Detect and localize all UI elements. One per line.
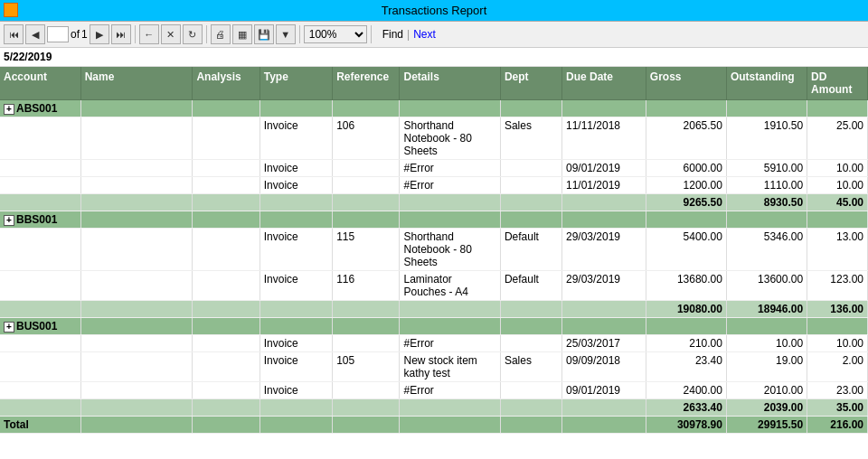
subtotal-outstanding: 8930.50 [726,194,807,211]
subtotal-gross: 2633.40 [646,399,726,417]
find-label: Find [382,28,403,41]
duedate-cell: 11/11/2018 [561,117,646,160]
details-cell: Laminator Pouches - A4 [400,271,500,301]
table-row: Invoice #Error 11/01/2019 1200.00 1110.0… [0,177,868,194]
table-row: Invoice #Error 25/03/2017 210.00 10.00 1… [0,335,868,352]
ddamount-cell: 123.00 [807,271,868,301]
name-cell [80,352,193,382]
subtotal-ref [333,194,400,211]
subtotal-analysis [193,301,259,318]
col-header-outstanding: Outstanding [726,67,807,100]
name-cell [80,382,193,399]
date-row: 5/22/2019 [0,48,868,67]
analysis-cell [193,229,259,271]
print-button[interactable]: 🖨 [211,24,231,44]
duedate-cell: 09/09/2018 [561,352,646,382]
name-cell [80,229,193,271]
analysis-cell [193,160,259,177]
dept-cell [500,318,561,335]
ref-cell [333,382,400,399]
col-header-type: Type [259,67,332,100]
table-row: Invoice #Error 09/01/2019 6000.00 5910.0… [0,160,868,177]
ddamount-cell: 10.00 [807,335,868,352]
details-cell: Shorthand Notebook - 80 Sheets [400,229,500,271]
ddamount-cell [807,100,868,117]
dept-cell [500,211,561,229]
table-row: Invoice 116 Laminator Pouches - A4 Defau… [0,271,868,301]
page-current-input[interactable]: 1 [47,26,69,42]
account-cell [0,271,80,301]
name-cell [80,117,193,160]
next-label[interactable]: Next [413,28,436,41]
subtotal-row: 2633.40 2039.00 35.00 [0,399,868,417]
sep2 [206,25,207,43]
outstanding-cell: 10.00 [726,335,807,352]
account-row: +ABS001 [0,100,868,117]
gross-cell: 6000.00 [646,160,726,177]
first-page-button[interactable]: ⏮ [4,24,24,44]
page-total-label: 1 [81,28,88,41]
subtotal-type [259,301,332,318]
expand-icon[interactable]: + [4,215,14,226]
total-gross: 30978.90 [646,417,726,434]
ref-cell [333,100,400,117]
ref-cell [333,211,400,229]
back-button[interactable]: ← [139,24,159,44]
subtotal-ddamount: 45.00 [807,194,868,211]
analysis-cell [193,335,259,352]
account-cell [0,352,80,382]
table-wrapper: Account Name Analysis Type Reference Det… [0,67,868,450]
ddamount-cell: 13.00 [807,229,868,271]
analysis-cell [193,117,259,160]
last-page-button[interactable]: ⏭ [111,24,131,44]
name-cell [80,318,193,335]
subtotal-type [259,399,332,417]
total-ref [333,417,400,434]
layout-button[interactable]: ▦ [232,24,252,44]
table-row: Invoice 106 Shorthand Notebook - 80 Shee… [0,117,868,160]
duedate-cell: 09/01/2019 [561,160,646,177]
sep1 [135,25,136,43]
table-body: +ABS001 Invoice 106 Shorthand Notebook -… [0,100,868,434]
subtotal-duedate [561,194,646,211]
duedate-cell: 29/03/2019 [561,271,646,301]
total-name [80,417,193,434]
account-cell: +ABS001 [0,100,80,117]
find-sep: | [407,28,410,41]
subtotal-account [0,194,80,211]
dropdown-button[interactable]: ▼ [276,24,296,44]
outstanding-cell: 5346.00 [726,229,807,271]
subtotal-ddamount: 136.00 [807,301,868,318]
analysis-cell [193,211,259,229]
name-cell [80,211,193,229]
total-duedate [561,417,646,434]
type-cell: Invoice [259,271,332,301]
stop-button[interactable]: ✕ [161,24,181,44]
col-header-account: Account [0,67,80,100]
name-cell [80,271,193,301]
expand-icon[interactable]: + [4,104,14,115]
account-cell: +BUS001 [0,318,80,335]
account-cell [0,117,80,160]
prev-page-button[interactable]: ◀ [25,24,45,44]
gross-cell [646,100,726,117]
title-bar: Transactions Report [0,0,868,22]
dept-cell: Default [500,271,561,301]
outstanding-cell [726,318,807,335]
zoom-select[interactable]: 100% [304,25,367,43]
subtotal-gross: 9265.50 [646,194,726,211]
export-button[interactable]: 💾 [254,24,274,44]
analysis-cell [193,271,259,301]
details-cell: #Error [400,160,500,177]
total-details [400,417,500,434]
col-header-ddamount: DD Amount [807,67,868,100]
analysis-cell [193,382,259,399]
next-page-button[interactable]: ▶ [90,24,109,44]
refresh-button[interactable]: ↻ [183,24,203,44]
ddamount-cell [807,318,868,335]
ref-cell: 115 [333,229,400,271]
subtotal-analysis [193,399,259,417]
outstanding-cell: 19.00 [726,352,807,382]
expand-icon[interactable]: + [4,322,14,333]
type-cell: Invoice [259,160,332,177]
